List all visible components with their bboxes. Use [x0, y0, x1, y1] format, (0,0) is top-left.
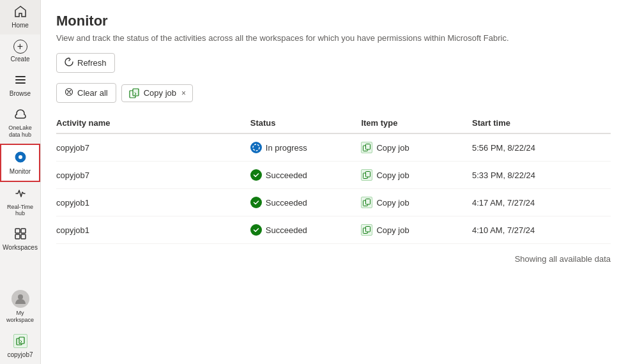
copy-job-filter-chip[interactable]: Copy job × [121, 84, 193, 102]
page-subtitle: View and track the status of the activit… [56, 33, 611, 43]
status-icon [250, 142, 262, 153]
sidebar: Home + Create Browse OneLakedata hub [0, 0, 41, 364]
sidebar-item-copyjob-label: copyjob7 [7, 351, 33, 359]
filter-toolbar: Clear all Copy job × [56, 83, 611, 103]
svg-rect-5 [15, 229, 20, 233]
copy-job-icon [361, 142, 372, 153]
sidebar-item-monitor-label: Monitor [10, 168, 31, 176]
status-cell: Succeeded [250, 189, 362, 216]
status-icon [250, 224, 262, 236]
refresh-icon [65, 57, 73, 68]
svg-rect-21 [366, 199, 370, 205]
table-row: copyjob1 Succeeded Copy job4:10 AM, 7/27… [56, 216, 611, 244]
col-status: Status [250, 113, 362, 133]
toolbar: Refresh [56, 53, 611, 73]
copy-job-icon [361, 169, 372, 181]
svg-rect-11 [19, 337, 24, 344]
svg-rect-1 [15, 79, 26, 80]
item-type-cell: Copy job [361, 133, 472, 162]
sidebar-item-home-label: Home [11, 22, 29, 29]
item-type-text: Copy job [376, 143, 409, 153]
copy-job-filter-label: Copy job [144, 88, 176, 98]
table-row: copyjob7 Succeeded Copy job5:33 PM, 8/22… [56, 162, 611, 189]
item-type-text: Copy job [376, 198, 409, 208]
svg-rect-8 [21, 234, 26, 239]
sidebar-item-monitor[interactable]: Monitor [0, 144, 40, 182]
svg-rect-19 [366, 172, 370, 178]
sidebar-item-browse-label: Browse [10, 90, 31, 98]
clear-all-label: Clear all [77, 88, 108, 98]
col-activity-name: Activity name [56, 113, 250, 133]
item-type-cell: Copy job [361, 189, 472, 216]
refresh-label: Refresh [77, 58, 107, 68]
item-type-cell: Copy job [361, 216, 472, 244]
clear-all-icon [65, 87, 73, 98]
status-text: In progress [266, 143, 307, 153]
table-row: copyjob7 In progress Copy job5:56 PM, 8/… [56, 133, 611, 162]
svg-rect-6 [21, 229, 26, 233]
sidebar-item-workspaces[interactable]: Workspaces [0, 222, 40, 257]
refresh-button[interactable]: Refresh [56, 53, 115, 73]
svg-rect-17 [366, 144, 370, 150]
onelake-icon [14, 108, 27, 123]
sidebar-item-browse[interactable]: Browse [0, 68, 40, 103]
sidebar-item-onelake[interactable]: OneLakedata hub [0, 103, 40, 144]
start-time-cell: 4:10 AM, 7/27/24 [472, 216, 611, 244]
table-footer: Showing all available data [56, 244, 611, 264]
start-time-cell: 5:33 PM, 8/22/24 [472, 162, 611, 189]
sidebar-item-workspaces-label: Workspaces [3, 244, 38, 252]
status-icon [250, 169, 262, 181]
avatar [11, 290, 29, 308]
activity-table: Activity name Status Item type Start tim… [56, 113, 611, 244]
page-title: Monitor [56, 13, 611, 29]
status-cell: In progress [250, 133, 362, 162]
sidebar-item-onelake-label: OneLakedata hub [8, 125, 32, 139]
copy-job-chip-icon [128, 87, 140, 99]
svg-rect-23 [366, 227, 370, 232]
sidebar-item-my-workspace[interactable]: Myworkspace [0, 285, 40, 329]
main-content: Monitor View and track the status of the… [41, 0, 626, 364]
status-cell: Succeeded [250, 162, 362, 189]
clear-all-button[interactable]: Clear all [56, 83, 116, 103]
table-row: copyjob1 Succeeded Copy job4:17 AM, 7/27… [56, 189, 611, 216]
copy-job-icon [361, 197, 372, 208]
table-header-row: Activity name Status Item type Start tim… [56, 113, 611, 133]
activity-name-cell: copyjob1 [56, 189, 250, 216]
start-time-cell: 5:56 PM, 8/22/24 [472, 133, 611, 162]
svg-rect-7 [15, 234, 20, 239]
status-text: Succeeded [266, 171, 307, 180]
item-type-text: Copy job [376, 225, 409, 235]
sidebar-item-realtime[interactable]: Real-Timehub [0, 182, 40, 223]
home-icon [14, 5, 27, 20]
svg-point-4 [19, 155, 22, 159]
col-item-type: Item type [361, 113, 472, 133]
sidebar-item-my-workspace-label: Myworkspace [6, 310, 34, 324]
sidebar-item-home[interactable]: Home [0, 0, 40, 34]
sidebar-item-create-label: Create [10, 56, 29, 63]
col-start-time: Start time [472, 113, 611, 133]
svg-point-15 [253, 144, 259, 151]
activity-name-cell: copyjob1 [56, 216, 250, 244]
svg-rect-14 [133, 89, 139, 96]
copy-job-filter-close[interactable]: × [181, 89, 186, 98]
activity-name-cell: copyjob7 [56, 133, 250, 162]
realtime-icon [14, 187, 27, 202]
item-type-cell: Copy job [361, 162, 472, 189]
svg-point-9 [18, 294, 23, 300]
sidebar-item-realtime-label: Real-Timehub [7, 204, 33, 218]
status-text: Succeeded [266, 198, 307, 208]
sidebar-item-create[interactable]: + Create [0, 34, 40, 68]
browse-icon [14, 73, 27, 88]
svg-rect-0 [15, 76, 26, 77]
svg-rect-2 [15, 82, 26, 84]
sidebar-item-copyjob[interactable]: copyjob7 [0, 329, 40, 364]
monitor-icon [13, 150, 27, 166]
start-time-cell: 4:17 AM, 7/27/24 [472, 189, 611, 216]
create-icon: + [13, 40, 27, 54]
status-text: Succeeded [266, 225, 307, 235]
copyjob-sidebar-icon [13, 334, 27, 348]
copy-job-icon [361, 224, 372, 236]
activity-name-cell: copyjob7 [56, 162, 250, 189]
status-cell: Succeeded [250, 216, 362, 244]
workspaces-icon [14, 227, 27, 242]
